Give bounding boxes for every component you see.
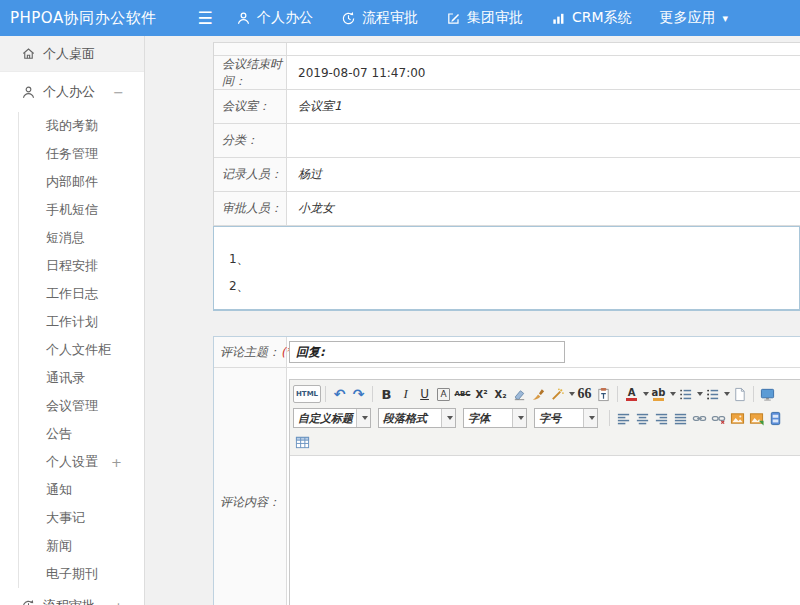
- sidebar-item-personal-settings[interactable]: 个人设置+: [19, 448, 144, 476]
- toolbar-row-1: HTML ↶ ↷ B I U A ABC X²: [293, 382, 800, 406]
- custom-heading-dropdown[interactable]: 自定义标题: [293, 408, 371, 428]
- sidebar-item-news[interactable]: 新闻: [19, 532, 144, 560]
- table-row-approver: 审批人员： 小龙女: [214, 192, 800, 226]
- nav-more-apps[interactable]: 更多应用 ▾: [660, 9, 729, 27]
- align-justify-icon[interactable]: [671, 409, 690, 427]
- table-icon[interactable]: [293, 433, 312, 451]
- strikethrough-button[interactable]: ABC: [453, 385, 472, 403]
- nav-workflow-approval[interactable]: 流程审批: [341, 9, 418, 27]
- hamburger-icon[interactable]: ☰: [190, 8, 220, 28]
- fullscreen-icon[interactable]: [758, 385, 777, 403]
- user-icon: [236, 11, 251, 26]
- app-title: PHPOA协同办公软件: [0, 9, 190, 28]
- font-box-icon[interactable]: A: [434, 385, 453, 403]
- field-value: 小龙女: [287, 192, 800, 225]
- table-row-recorder: 记录人员： 杨过: [214, 158, 800, 192]
- blockquote-icon[interactable]: 66: [575, 385, 594, 403]
- unordered-list-icon[interactable]: [703, 385, 722, 403]
- caret-down-icon: [447, 416, 453, 420]
- sidebar-item-internal-mail[interactable]: 内部邮件: [19, 168, 144, 196]
- home-icon: [21, 46, 36, 61]
- align-center-icon[interactable]: [633, 409, 652, 427]
- ordered-list-icon[interactable]: [676, 385, 695, 403]
- sidebar-group-workflow-approval[interactable]: 流程审批 +: [0, 588, 144, 605]
- editor-toolbar: HTML ↶ ↷ B I U A ABC X²: [290, 380, 800, 455]
- minutes-line: 1、: [229, 246, 799, 273]
- expand-icon[interactable]: +: [113, 599, 124, 605]
- remove-format-icon[interactable]: [510, 385, 529, 403]
- sidebar-item-contacts[interactable]: 通讯录: [19, 364, 144, 392]
- link-icon[interactable]: [690, 409, 709, 427]
- top-bar: PHPOA协同办公软件 ☰ 个人办公 流程审批 集团审批 CRM系统 更多应用 …: [0, 0, 800, 36]
- paste-as-text-icon[interactable]: [594, 385, 613, 403]
- font-size-dropdown[interactable]: 字号: [534, 408, 598, 428]
- field-value: 2019-08-07 11:47:00: [287, 56, 800, 89]
- history-icon: [341, 11, 356, 26]
- highlight-color-icon[interactable]: ab: [649, 385, 668, 403]
- sidebar-item-major-events[interactable]: 大事记: [19, 504, 144, 532]
- expand-icon[interactable]: +: [111, 455, 122, 470]
- toolbar-row-3: [293, 430, 800, 454]
- user-icon: [21, 85, 36, 100]
- magic-wand-icon[interactable]: [548, 385, 567, 403]
- unlink-icon[interactable]: [709, 409, 728, 427]
- nav-crm-system[interactable]: CRM系统: [551, 9, 632, 27]
- rich-text-editor: HTML ↶ ↷ B I U A ABC X²: [289, 379, 800, 605]
- sidebar-submenu: 我的考勤 任务管理 内部邮件 手机短信 短消息 日程安排 工作日志 工作计划 个…: [18, 112, 144, 588]
- font-family-dropdown[interactable]: 字体: [463, 408, 527, 428]
- page-body: 个人桌面 个人办公 − 我的考勤 任务管理 内部邮件 手机短信 短消息 日程安排…: [0, 36, 800, 605]
- format-painter-icon[interactable]: [529, 385, 548, 403]
- field-label: 审批人员：: [214, 192, 287, 225]
- sidebar-group-personal-office[interactable]: 个人办公 −: [0, 72, 144, 112]
- paragraph-format-dropdown[interactable]: 段落格式: [378, 408, 456, 428]
- html-source-button[interactable]: HTML: [293, 385, 321, 403]
- image-icon[interactable]: [728, 409, 747, 427]
- field-value: 会议室1: [287, 90, 800, 123]
- table-row-category: 分类：: [214, 124, 800, 158]
- align-left-icon[interactable]: [614, 409, 633, 427]
- caret-down-icon: [518, 416, 524, 420]
- minutes-line: 2、: [229, 273, 799, 300]
- sidebar-item-schedule[interactable]: 日程安排: [19, 252, 144, 280]
- sidebar-item-personal-desktop[interactable]: 个人桌面: [0, 36, 144, 72]
- comment-subject-row: 评论主题：(*): [214, 337, 800, 368]
- meeting-minutes-box: 1、 2、: [213, 226, 800, 311]
- font-color-icon[interactable]: A: [622, 385, 641, 403]
- comment-content-label: 评论内容：: [214, 368, 287, 605]
- sidebar-item-e-journal[interactable]: 电子期刊: [19, 560, 144, 588]
- sidebar-item-my-attendance[interactable]: 我的考勤: [19, 112, 144, 140]
- sidebar-item-personal-files[interactable]: 个人文件柜: [19, 336, 144, 364]
- comment-subject-label: 评论主题：(*): [214, 337, 287, 367]
- field-value: 杨过: [287, 158, 800, 191]
- undo-icon[interactable]: ↶: [330, 385, 349, 403]
- editor-content-area[interactable]: [290, 455, 800, 605]
- align-right-icon[interactable]: [652, 409, 671, 427]
- media-icon[interactable]: [766, 409, 785, 427]
- italic-button[interactable]: I: [396, 385, 415, 403]
- redo-icon[interactable]: ↷: [349, 385, 368, 403]
- sidebar-item-meeting-management[interactable]: 会议管理: [19, 392, 144, 420]
- table-row-meeting-room: 会议室： 会议室1: [214, 90, 800, 124]
- comment-subject-input[interactable]: [289, 341, 565, 363]
- bold-button[interactable]: B: [377, 385, 396, 403]
- sidebar-item-mobile-sms[interactable]: 手机短信: [19, 196, 144, 224]
- underline-button[interactable]: U: [415, 385, 434, 403]
- sidebar-item-task-management[interactable]: 任务管理: [19, 140, 144, 168]
- sidebar-item-work-log[interactable]: 工作日志: [19, 280, 144, 308]
- sidebar-item-notice[interactable]: 通知: [19, 476, 144, 504]
- sidebar-item-work-plan[interactable]: 工作计划: [19, 308, 144, 336]
- new-document-icon[interactable]: [730, 385, 749, 403]
- comment-form: 评论主题：(*) 评论内容： HTML: [213, 336, 800, 605]
- subscript-button[interactable]: X₂: [491, 385, 510, 403]
- nav-group-approval[interactable]: 集团审批: [446, 9, 523, 27]
- collapse-icon[interactable]: −: [113, 85, 124, 100]
- caret-down-icon: ▾: [723, 12, 729, 25]
- edit-icon: [446, 11, 461, 26]
- nav-personal-office[interactable]: 个人办公: [236, 9, 313, 27]
- field-label: 会议室：: [214, 90, 287, 123]
- sidebar-item-short-message[interactable]: 短消息: [19, 224, 144, 252]
- upload-image-icon[interactable]: [747, 409, 766, 427]
- sidebar-item-announcement[interactable]: 公告: [19, 420, 144, 448]
- spacer: [213, 311, 800, 336]
- superscript-button[interactable]: X²: [472, 385, 491, 403]
